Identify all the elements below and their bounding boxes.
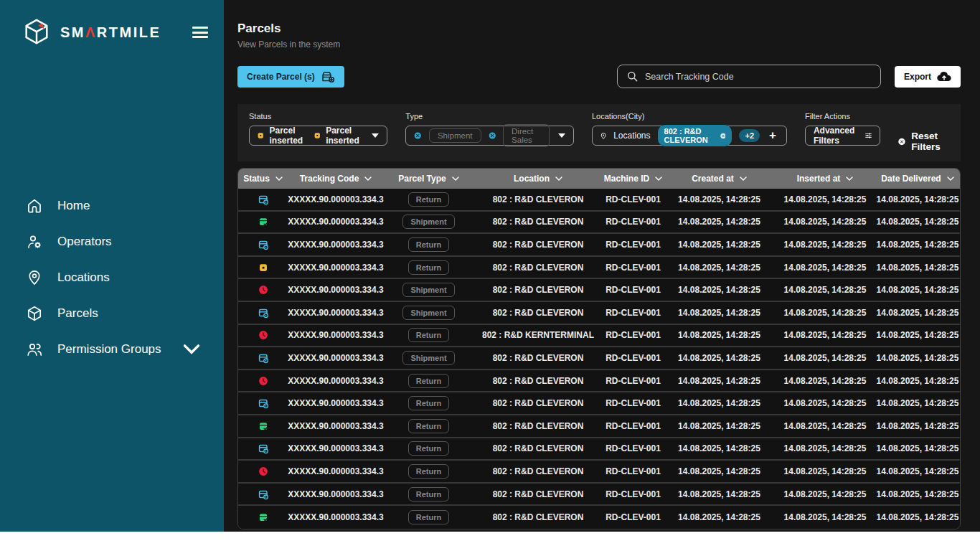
table-row[interactable]: XXXXX.90.000003.334.3Return802 : R&D CLE…: [238, 461, 960, 484]
column-header-tracking-code[interactable]: Tracking Code: [288, 174, 384, 184]
tracking-code-cell: XXXXX.90.000003.334.3: [288, 240, 384, 250]
table-row[interactable]: XXXXX.90.000003.334.3Return802 : R&D KER…: [238, 325, 960, 348]
column-header-location[interactable]: Location: [473, 174, 603, 184]
table-row[interactable]: XXXXX.90.000003.334.3Shipment802 : R&D C…: [238, 302, 960, 325]
export-button[interactable]: Export: [895, 66, 961, 88]
table-row[interactable]: XXXXX.90.000003.334.3Shipment802 : R&D C…: [238, 212, 960, 235]
parcel-status-in-machine-icon: [238, 397, 288, 410]
inserted-at-cell: 14.08.2025, 14:28:25: [775, 443, 875, 453]
tracking-code-cell: XXXXX.90.000003.334.3: [288, 330, 384, 340]
parcel-status-in-machine-icon: [238, 193, 288, 206]
table-row[interactable]: XXXXX.90.000003.334.3Return802 : R&D CLE…: [238, 438, 960, 461]
parcel-type-cell: Return: [384, 328, 473, 342]
dropdown-caret-icon: [372, 133, 379, 138]
location-chip[interactable]: 802 : R&D CLEVERON: [658, 125, 732, 146]
parcel-type-pill: Return: [408, 396, 449, 410]
locations-filter-select[interactable]: Locations 802 : R&D CLEVERON +2 +: [592, 126, 787, 146]
column-header-inserted-at[interactable]: Inserted at: [775, 174, 875, 184]
sort-chevron-icon: [740, 176, 747, 181]
remove-chip-icon[interactable]: [720, 131, 726, 141]
sidebar-item-locations[interactable]: Locations: [0, 260, 224, 296]
date-delivered-cell: 14.08.2025, 14:28:25: [875, 263, 960, 273]
location-cell: 802 : R&D CLEVERON: [473, 489, 603, 499]
sort-chevron-icon: [655, 176, 662, 181]
machine-id-cell: RD-CLEV-001: [603, 308, 664, 318]
parcel-type-cell: Shipment: [384, 351, 473, 365]
table-row[interactable]: XXXXX.90.000003.334.3Shipment802 : R&D C…: [238, 347, 960, 370]
date-delivered-cell: 14.08.2025, 14:28:25: [875, 353, 960, 363]
table-row[interactable]: XXXXX.90.000003.334.3Return802 : R&D CLE…: [238, 189, 960, 212]
location-cell: 802 : R&D CLEVERON: [473, 285, 603, 295]
table-row[interactable]: XXXXX.90.000003.334.3Return802 : R&D CLE…: [238, 415, 960, 438]
smartmile-logo-icon: [22, 17, 52, 47]
search-icon: [627, 71, 638, 82]
created-at-cell: 14.08.2025, 14:28:25: [664, 194, 775, 204]
status-filter-group: Status Parcel inserted Parcel inserted: [249, 112, 387, 146]
parcel-type-cell: Return: [384, 464, 473, 479]
hamburger-menu-icon[interactable]: [192, 24, 208, 41]
people-icon: [26, 341, 43, 358]
created-at-cell: 14.08.2025, 14:28:25: [664, 489, 775, 499]
parcel-type-cell: Return: [384, 419, 473, 433]
date-delivered-cell: 14.08.2025, 14:28:25: [875, 240, 960, 250]
date-delivered-cell: 14.08.2025, 14:28:25: [875, 489, 960, 499]
date-delivered-cell: 14.08.2025, 14:28:25: [875, 443, 960, 453]
inserted-at-cell: 14.08.2025, 14:28:25: [775, 240, 875, 250]
column-header-created-at[interactable]: Created at: [664, 174, 775, 184]
table-row[interactable]: XXXXX.90.000003.334.3Return802 : R&D CLE…: [238, 234, 960, 257]
search-box[interactable]: [617, 65, 881, 88]
create-parcel-button[interactable]: Create Parcel (s): [237, 66, 344, 88]
sidebar-item-operators[interactable]: Operators: [0, 224, 224, 260]
sidebar-item-home[interactable]: Home: [0, 188, 224, 224]
sidebar-item-label: Permission Groups: [57, 342, 161, 357]
tracking-code-cell: XXXXX.90.000003.334.3: [288, 443, 384, 453]
search-input[interactable]: [645, 72, 871, 82]
table-header: StatusTracking CodeParcel TypeLocationMa…: [238, 169, 960, 189]
sort-chevron-icon: [275, 176, 283, 181]
date-delivered-cell: 14.08.2025, 14:28:25: [875, 421, 960, 431]
table-row[interactable]: XXXXX.90.000003.334.3Return802 : R&D CLE…: [238, 484, 960, 507]
remove-chip-icon[interactable]: [489, 130, 496, 141]
parcel-icon: [26, 305, 43, 322]
parcel-status-expired-icon: [238, 283, 288, 296]
table-row[interactable]: XXXXX.90.000003.334.3Return802 : R&D CLE…: [238, 370, 960, 393]
table-row[interactable]: XXXXX.90.000003.334.3Shipment802 : R&D C…: [238, 279, 960, 302]
parcel-status-delivered-icon: [238, 511, 288, 524]
tracking-code-cell: XXXXX.90.000003.334.3: [288, 194, 384, 204]
type-filter-group: Type Shipment Direct Sales: [405, 112, 574, 146]
parcel-status-expired-icon: [238, 465, 288, 478]
sidebar-item-permission-groups[interactable]: Permission Groups: [0, 331, 224, 367]
sidebar-item-parcels[interactable]: Parcels: [0, 296, 224, 331]
more-locations-badge[interactable]: +2: [739, 129, 760, 142]
sidebar: SMΛRTMILE Home Operators Locations: [0, 0, 224, 532]
filter-actions-group: Filter Actions Advanced Filters: [805, 112, 880, 146]
type-filter-select[interactable]: Shipment Direct Sales: [405, 126, 574, 146]
table-row[interactable]: XXXXX.90.000003.334.3Return802 : R&D CLE…: [238, 257, 960, 280]
column-header-parcel-type[interactable]: Parcel Type: [384, 174, 473, 184]
main-content: Parcels View Parcels in the system Creat…: [224, 0, 980, 532]
parcels-table: StatusTracking CodeParcel TypeLocationMa…: [237, 168, 961, 529]
status-filter-label: Status: [249, 112, 387, 121]
column-header-date-delivered[interactable]: Date Delivered: [875, 174, 960, 184]
inserted-at-cell: 14.08.2025, 14:28:25: [775, 217, 875, 227]
column-header-machine-id[interactable]: Machine ID: [603, 174, 664, 184]
operators-icon: [26, 233, 43, 250]
add-location-button[interactable]: +: [767, 128, 778, 143]
table-row[interactable]: XXXXX.90.000003.334.3Return802 : R&D CLE…: [238, 506, 960, 529]
parcel-type-cell: Return: [384, 510, 473, 524]
status-filter-select[interactable]: Parcel inserted Parcel inserted: [249, 126, 387, 146]
location-cell: 802 : R&D CLEVERON: [473, 398, 603, 408]
sidebar-item-label: Operators: [57, 235, 112, 249]
created-at-cell: 14.08.2025, 14:28:25: [664, 512, 775, 522]
machine-id-cell: RD-CLEV-001: [603, 466, 664, 476]
created-at-cell: 14.08.2025, 14:28:25: [664, 330, 775, 340]
parcel-status-inserted-icon: [238, 261, 288, 274]
map-pin-icon: [26, 269, 43, 286]
column-header-status[interactable]: Status: [238, 174, 288, 184]
reset-filters-button[interactable]: Reset Filters: [898, 131, 946, 152]
locations-filter-group: Locations(City) Locations 802 : R&D CLEV…: [592, 112, 787, 146]
advanced-filters-button[interactable]: Advanced Filters: [805, 126, 880, 146]
remove-chip-icon[interactable]: [414, 130, 422, 141]
table-row[interactable]: XXXXX.90.000003.334.3Return802 : R&D CLE…: [238, 392, 960, 415]
tracking-code-cell: XXXXX.90.000003.334.3: [288, 308, 384, 318]
